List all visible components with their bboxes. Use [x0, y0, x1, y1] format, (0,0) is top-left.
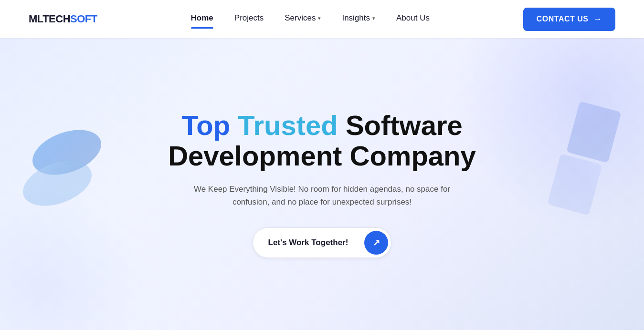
- svg-rect-3: [547, 154, 602, 216]
- cta-button[interactable]: Let's Work Together! ↗: [253, 227, 392, 258]
- hero-content: Top Trusted Software Development Company…: [168, 110, 476, 258]
- cta-arrow-circle: ↗: [364, 231, 388, 255]
- chevron-down-icon: ▾: [318, 15, 321, 21]
- contact-us-button[interactable]: CONTACT US →: [523, 8, 615, 31]
- nav-item-insights[interactable]: Insights ▾: [342, 13, 375, 25]
- cta-button-label: Let's Work Together!: [253, 231, 362, 254]
- nav-item-services[interactable]: Services ▾: [285, 13, 321, 25]
- hero-title: Top Trusted Software Development Company: [168, 110, 476, 171]
- logo-soft: SOFT: [70, 13, 97, 25]
- logo[interactable]: MLTECHSOFT: [29, 13, 97, 25]
- arrow-right-icon: ↗: [373, 237, 380, 248]
- nav-item-home[interactable]: Home: [191, 13, 213, 25]
- hero-title-line2: Development Company: [168, 140, 476, 171]
- hero-title-software: Software: [338, 110, 463, 141]
- hero-subtitle: We Keep Everything Visible! No room for …: [183, 183, 460, 208]
- hero-title-trusted: Trusted: [238, 110, 338, 141]
- hero-section: Top Trusted Software Development Company…: [0, 38, 644, 330]
- left-decorative-shape: [14, 114, 110, 215]
- logo-mltech: MLTECH: [29, 13, 70, 25]
- main-nav: Home Projects Services ▾ Insights ▾ Abou…: [191, 13, 430, 25]
- nav-item-projects[interactable]: Projects: [234, 13, 264, 25]
- chevron-down-icon: ▾: [372, 15, 375, 21]
- hero-title-top: Top: [181, 110, 238, 141]
- svg-rect-2: [566, 101, 621, 163]
- right-decorative-shape: [544, 101, 634, 220]
- arrow-right-icon: →: [593, 14, 602, 24]
- header: MLTECHSOFT Home Projects Services ▾ Insi…: [0, 0, 644, 38]
- nav-item-about[interactable]: About Us: [396, 13, 430, 25]
